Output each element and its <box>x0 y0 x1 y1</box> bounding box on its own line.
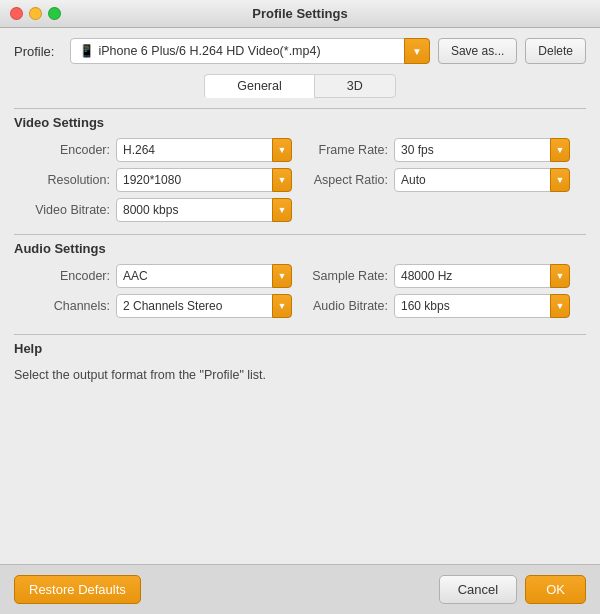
videobitrate-select[interactable]: 8000 kbps <box>116 198 292 222</box>
profile-row: Profile: 📱 iPhone 6 Plus/6 H.264 HD Vide… <box>14 38 586 64</box>
aspectratio-select-wrapper: Auto ▼ <box>394 168 570 192</box>
samplerate-select[interactable]: 48000 Hz <box>394 264 570 288</box>
resolution-select-wrapper: 1920*1080 ▼ <box>116 168 292 192</box>
help-section-divider <box>14 334 586 335</box>
samplerate-select-wrapper: 48000 Hz ▼ <box>394 264 570 288</box>
channels-row: Channels: 2 Channels Stereo ▼ <box>30 294 292 318</box>
audio-encoder-row: Encoder: AAC ▼ <box>30 264 292 288</box>
channels-select-wrapper: 2 Channels Stereo ▼ <box>116 294 292 318</box>
delete-button[interactable]: Delete <box>525 38 586 64</box>
help-title: Help <box>14 341 586 356</box>
video-settings-title: Video Settings <box>14 115 586 130</box>
tab-3d[interactable]: 3D <box>314 74 396 98</box>
maximize-button[interactable] <box>48 7 61 20</box>
resolution-select[interactable]: 1920*1080 <box>116 168 292 192</box>
framerate-row: Frame Rate: 30 fps ▼ <box>308 138 570 162</box>
close-button[interactable] <box>10 7 23 20</box>
encoder-label: Encoder: <box>30 143 110 157</box>
audio-encoder-select[interactable]: AAC <box>116 264 292 288</box>
videobitrate-select-wrapper: 8000 kbps ▼ <box>116 198 292 222</box>
audio-encoder-select-wrapper: AAC ▼ <box>116 264 292 288</box>
resolution-row: Resolution: 1920*1080 ▼ <box>30 168 292 192</box>
encoder-select[interactable]: H.264 <box>116 138 292 162</box>
restore-defaults-button[interactable]: Restore Defaults <box>14 575 141 604</box>
framerate-label: Frame Rate: <box>308 143 388 157</box>
save-as-button[interactable]: Save as... <box>438 38 517 64</box>
ok-button[interactable]: OK <box>525 575 586 604</box>
title-bar: Profile Settings <box>0 0 600 28</box>
samplerate-row: Sample Rate: 48000 Hz ▼ <box>308 264 570 288</box>
videobitrate-label: Video Bitrate: <box>30 203 110 217</box>
window-title: Profile Settings <box>252 6 347 21</box>
aspectratio-row: Aspect Ratio: Auto ▼ <box>308 168 570 192</box>
encoder-select-wrapper: H.264 ▼ <box>116 138 292 162</box>
samplerate-label: Sample Rate: <box>308 269 388 283</box>
video-settings-grid: Encoder: H.264 ▼ Frame Rate: 30 fps ▼ <box>14 138 586 222</box>
framerate-select[interactable]: 30 fps <box>394 138 570 162</box>
content-spacer <box>14 390 586 554</box>
audiobitrate-label: Audio Bitrate: <box>308 299 388 313</box>
aspectratio-select[interactable]: Auto <box>394 168 570 192</box>
encoder-row: Encoder: H.264 ▼ <box>30 138 292 162</box>
profile-select[interactable]: 📱 iPhone 6 Plus/6 H.264 HD Video(*.mp4) <box>70 38 430 64</box>
video-grid-spacer <box>308 198 570 222</box>
audio-encoder-label: Encoder: <box>30 269 110 283</box>
profile-label: Profile: <box>14 44 62 59</box>
audiobitrate-select-wrapper: 160 kbps ▼ <box>394 294 570 318</box>
video-section-divider <box>14 108 586 109</box>
traffic-lights <box>10 7 61 20</box>
channels-select[interactable]: 2 Channels Stereo <box>116 294 292 318</box>
cancel-button[interactable]: Cancel <box>439 575 517 604</box>
help-section: Help Select the output format from the "… <box>14 334 586 382</box>
tabs-row: General 3D <box>14 74 586 98</box>
audio-section-divider <box>14 234 586 235</box>
resolution-label: Resolution: <box>30 173 110 187</box>
footer-right-buttons: Cancel OK <box>439 575 586 604</box>
framerate-select-wrapper: 30 fps ▼ <box>394 138 570 162</box>
profile-select-wrapper: 📱 iPhone 6 Plus/6 H.264 HD Video(*.mp4) … <box>70 38 430 64</box>
audio-settings-grid: Encoder: AAC ▼ Sample Rate: 48000 Hz ▼ <box>14 264 586 318</box>
audio-settings-section: Audio Settings Encoder: AAC ▼ Sample Rat… <box>14 234 586 322</box>
videobitrate-row: Video Bitrate: 8000 kbps ▼ <box>30 198 292 222</box>
channels-label: Channels: <box>30 299 110 313</box>
audiobitrate-select[interactable]: 160 kbps <box>394 294 570 318</box>
tab-general[interactable]: General <box>204 74 313 98</box>
main-content: Profile: 📱 iPhone 6 Plus/6 H.264 HD Vide… <box>0 28 600 564</box>
audio-settings-title: Audio Settings <box>14 241 586 256</box>
video-settings-section: Video Settings Encoder: H.264 ▼ Frame Ra… <box>14 108 586 226</box>
help-text: Select the output format from the "Profi… <box>14 364 586 382</box>
footer: Restore Defaults Cancel OK <box>0 564 600 614</box>
audiobitrate-row: Audio Bitrate: 160 kbps ▼ <box>308 294 570 318</box>
minimize-button[interactable] <box>29 7 42 20</box>
aspectratio-label: Aspect Ratio: <box>308 173 388 187</box>
